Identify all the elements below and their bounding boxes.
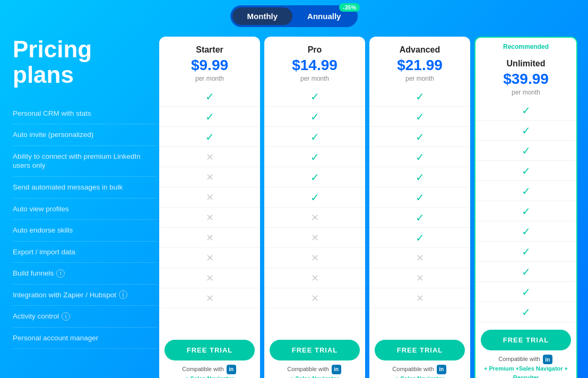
feature-cell-3-2: ✓: [475, 141, 576, 161]
plan-name-0: Starter: [163, 45, 256, 55]
feature-cell-3-1: ✓: [475, 121, 576, 141]
plan-features-0: ✓✓✓✕✕✕✕✕✕✕✕: [159, 87, 260, 332]
recommended-badge: Recommended: [503, 38, 549, 50]
plan-period-2: per month: [374, 75, 466, 82]
check-icon: ✓: [310, 110, 319, 123]
check-icon: ✓: [522, 185, 531, 197]
feature-cell-0-9: ✕: [159, 268, 260, 288]
feature-cell-0-5: ✕: [159, 187, 260, 208]
plan-footer-2: FREE TRIALCompatible with in+ Sales Navi…: [369, 332, 470, 379]
feature-cell-3-10: ✓: [475, 302, 576, 322]
feature-cell-1-2: ✓: [264, 127, 365, 147]
feature-cell-1-8: ✕: [264, 248, 365, 268]
feature-cell-0-7: ✕: [159, 228, 260, 248]
cross-icon: ✕: [416, 252, 424, 264]
feature-cell-2-5: ✓: [369, 187, 470, 208]
plan-col-pro: Pro$14.99per month✓✓✓✓✓✓✕✕✕✕✕FREE TRIALC…: [264, 37, 365, 378]
nav-plus: + Sales Navigator: [290, 375, 339, 378]
plan-price-0: $9.99: [163, 57, 256, 74]
feature-item-6: Export / import data: [13, 242, 157, 263]
free-trial-button-1[interactable]: FREE TRIAL: [270, 340, 360, 360]
plan-name-1: Pro: [269, 45, 361, 55]
feature-cell-0-10: ✕: [159, 288, 260, 308]
feature-cell-3-8: ✓: [475, 262, 576, 282]
feature-item-7: Build funnelsi: [13, 263, 157, 285]
cross-icon: ✕: [311, 293, 319, 304]
feature-cell-3-0: ✓: [475, 100, 576, 121]
check-icon: ✓: [522, 286, 531, 298]
check-icon: ✓: [522, 144, 531, 157]
feature-cell-0-2: ✓: [159, 127, 260, 147]
feature-cell-1-6: ✕: [264, 208, 365, 228]
free-trial-button-2[interactable]: FREE TRIAL: [375, 340, 465, 360]
check-icon: ✓: [416, 231, 425, 244]
nav-plus: + Sales Navigator: [395, 375, 444, 378]
check-icon: ✓: [522, 124, 531, 137]
feature-item-1: Auto invite (personalized): [13, 124, 157, 146]
plan-period-3: per month: [480, 89, 572, 96]
feature-item-4: Auto view profiles: [13, 199, 157, 220]
feature-item-0: Personal CRM with stats: [13, 103, 157, 125]
feature-cell-0-0: ✓: [159, 87, 260, 107]
feature-cell-3-3: ✓: [475, 161, 576, 181]
feature-cell-0-8: ✕: [159, 248, 260, 268]
check-icon: ✓: [522, 205, 531, 218]
check-icon: ✓: [416, 90, 425, 103]
compatible-text-1: Compatible with in+ Sales Navigator: [287, 365, 342, 379]
feature-cell-1-4: ✓: [264, 167, 365, 187]
compatible-text-0: Compatible with in+ Sales Navigator: [182, 365, 237, 379]
feature-cell-1-1: ✓: [264, 107, 365, 127]
plan-footer-1: FREE TRIALCompatible with in+ Sales Navi…: [264, 332, 365, 379]
feature-item-8: Integration with Zapier / Hubspoti: [13, 285, 157, 306]
pricing-title: Pricing plans: [13, 37, 157, 88]
plan-header-1: Pro$14.99per month: [264, 37, 365, 87]
info-icon-9[interactable]: i: [62, 312, 70, 321]
plan-header-3: Unlimited$39.99per month: [475, 50, 576, 100]
plan-name-3: Unlimited: [480, 59, 572, 68]
check-icon: ✓: [522, 245, 531, 258]
discount-badge: -35%: [339, 3, 360, 12]
feature-item-2: Ability to connect with premium LinkedIn…: [13, 146, 157, 177]
free-trial-button-3[interactable]: FREE TRIAL: [481, 330, 571, 350]
plan-period-0: per month: [163, 75, 256, 82]
info-icon-8[interactable]: i: [119, 290, 127, 299]
info-icon-7[interactable]: i: [56, 269, 65, 278]
check-icon: ✓: [310, 171, 319, 184]
plan-price-1: $14.99: [269, 57, 361, 74]
feature-cell-3-5: ✓: [475, 201, 576, 221]
nav-plus: + Sales Navigator: [185, 375, 234, 378]
check-icon: ✓: [416, 110, 425, 123]
feature-cell-1-7: ✕: [264, 228, 365, 248]
monthly-toggle[interactable]: Monthly: [232, 7, 293, 25]
plan-name-2: Advanced: [374, 45, 466, 55]
feature-cell-2-8: ✕: [369, 248, 470, 268]
cross-icon: ✕: [311, 272, 319, 284]
feature-item-3: Send automated messages in bulk: [13, 177, 157, 199]
check-icon: ✓: [310, 90, 319, 103]
check-icon: ✓: [310, 151, 319, 164]
top-bar: Monthly Annually -35%: [0, 0, 588, 31]
feature-cell-2-4: ✓: [369, 167, 470, 187]
billing-toggle: Monthly Annually -35%: [230, 5, 358, 27]
check-icon: ✓: [522, 225, 531, 238]
plan-header-2: Advanced$21.99per month: [369, 37, 470, 87]
plan-col-unlimited: RecommendedUnlimited$39.99per month✓✓✓✓✓…: [474, 37, 577, 378]
plan-period-1: per month: [269, 75, 361, 82]
feature-cell-0-1: ✓: [159, 107, 260, 127]
check-icon: ✓: [310, 131, 319, 143]
feature-cell-1-9: ✕: [264, 268, 365, 288]
plan-features-3: ✓✓✓✓✓✓✓✓✓✓✓: [475, 100, 576, 322]
plan-features-1: ✓✓✓✓✓✓✕✕✕✕✕: [264, 87, 365, 332]
feature-cell-0-4: ✕: [159, 167, 260, 187]
feature-cell-2-1: ✓: [369, 107, 470, 127]
check-icon: ✓: [310, 191, 319, 204]
free-trial-button-0[interactable]: FREE TRIAL: [165, 340, 255, 360]
cross-icon: ✕: [206, 171, 214, 183]
cross-icon: ✕: [416, 272, 424, 284]
compatible-text-2: Compatible with in+ Sales Navigator: [392, 365, 447, 379]
cross-icon: ✕: [311, 212, 319, 224]
check-icon: ✓: [205, 90, 214, 103]
check-icon: ✓: [522, 165, 531, 177]
left-panel: Pricing plans Personal CRM with statsAut…: [8, 31, 157, 378]
feature-cell-1-3: ✓: [264, 147, 365, 167]
